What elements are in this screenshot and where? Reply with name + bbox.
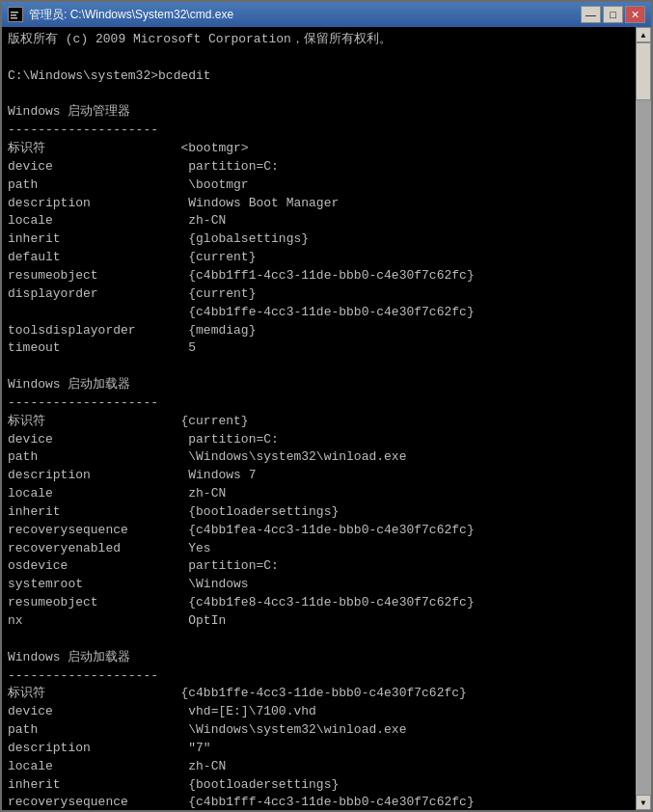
- title-bar: 管理员: C:\Windows\System32\cmd.exe — □ ✕: [2, 2, 651, 27]
- console-output[interactable]: 版权所有 (c) 2009 Microsoft Corporation，保留所有…: [2, 27, 636, 810]
- scroll-up-button[interactable]: ▲: [636, 27, 651, 42]
- title-bar-buttons: — □ ✕: [581, 6, 645, 23]
- close-button[interactable]: ✕: [625, 6, 645, 23]
- scroll-track[interactable]: [636, 42, 651, 795]
- console-body: 版权所有 (c) 2009 Microsoft Corporation，保留所有…: [2, 27, 651, 810]
- svg-rect-1: [11, 12, 18, 14]
- title-bar-left: 管理员: C:\Windows\System32\cmd.exe: [8, 7, 233, 23]
- cmd-icon: [8, 7, 23, 22]
- scrollbar[interactable]: ▲ ▼: [636, 27, 651, 810]
- minimize-button[interactable]: —: [581, 6, 601, 23]
- cmd-window: 管理员: C:\Windows\System32\cmd.exe — □ ✕ 版…: [0, 0, 653, 812]
- scroll-down-button[interactable]: ▼: [636, 795, 651, 810]
- svg-rect-2: [11, 14, 16, 16]
- scroll-thumb[interactable]: [636, 42, 651, 100]
- maximize-button[interactable]: □: [603, 6, 623, 23]
- window-title: 管理员: C:\Windows\System32\cmd.exe: [29, 7, 233, 23]
- svg-rect-3: [11, 17, 17, 19]
